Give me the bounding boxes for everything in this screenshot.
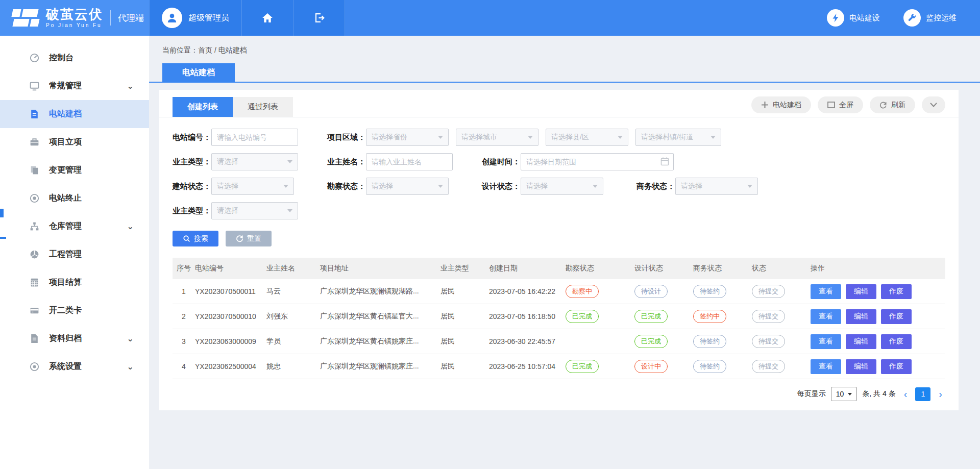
create-station-button[interactable]: 电站建档 <box>751 96 811 113</box>
view-button[interactable]: 查看 <box>811 284 841 299</box>
topbar: 破茧云伏 Po Jian Yun Fu 代理端 超级管理员 <box>0 0 980 36</box>
survey-status-select[interactable]: 请选择 <box>366 178 449 195</box>
cell-code: YX2023062500004 <box>195 362 266 371</box>
sidebar-item-project-settlement[interactable]: 项目结算 <box>0 268 149 297</box>
edit-button[interactable]: 编辑 <box>846 359 876 374</box>
sidebar-item-type2-card[interactable]: 开二类卡 <box>0 297 149 325</box>
collapse-button[interactable] <box>922 96 945 113</box>
filter-label-create-time: 创建时间： <box>482 157 521 167</box>
dropdown-arrow-icon <box>593 185 598 188</box>
topbar-nav: 电站建设 监控运维 <box>827 0 980 36</box>
user-name: 超级管理员 <box>188 13 229 23</box>
edit-button[interactable]: 编辑 <box>846 309 876 324</box>
topbar-user-area: 超级管理员 <box>149 0 345 36</box>
sidebar-item-console[interactable]: 控制台 <box>0 44 149 72</box>
edit-button[interactable]: 编辑 <box>846 284 876 299</box>
cell-type: 居民 <box>440 287 489 296</box>
sidebar: 控制台 常规管理 ⌄ 电站建档 项目立项 变更管理 <box>0 36 149 469</box>
void-button[interactable]: 作废 <box>881 309 912 324</box>
void-button[interactable]: 作废 <box>881 284 912 299</box>
filter-label-region: 项目区域： <box>327 133 366 142</box>
per-page-select[interactable]: 10 <box>831 387 857 401</box>
create-station-label: 电站建档 <box>773 101 801 110</box>
district-select[interactable]: 请选择县/区 <box>546 129 628 146</box>
edit-button[interactable]: 编辑 <box>846 334 876 349</box>
biz-status-select[interactable]: 请选择 <box>675 178 758 195</box>
sidebar-item-project-initiation[interactable]: 项目立项 <box>0 128 149 156</box>
tab-passed-list[interactable]: 通过列表 <box>233 97 293 117</box>
view-button[interactable]: 查看 <box>811 359 841 374</box>
station-no-input[interactable] <box>211 129 298 146</box>
cell-no: 2 <box>173 312 195 320</box>
sidebar-item-system-settings[interactable]: 系统设置 ⌄ <box>0 353 149 381</box>
sidebar-item-label: 系统设置 <box>49 361 82 372</box>
cell-type: 居民 <box>440 337 489 346</box>
design-status-badge: 设计中 <box>634 360 668 373</box>
void-button[interactable]: 作废 <box>881 334 912 349</box>
cell-date: 2023-06-25 10:57:04 <box>489 362 566 371</box>
date-range-picker[interactable] <box>521 153 674 170</box>
next-page-button[interactable]: › <box>936 389 945 399</box>
reset-icon <box>236 235 243 242</box>
design-status-badge: 已完成 <box>634 335 668 348</box>
refresh-button[interactable]: 刷新 <box>870 96 915 113</box>
sidebar-item-warehouse-mgmt[interactable]: 仓库管理 ⌄ <box>0 212 149 240</box>
records-table: 序号 电站编号 业主姓名 项目地址 业主类型 创建日期 勘察状态 设计状态 商务… <box>173 258 945 379</box>
province-select[interactable]: 请选择省份 <box>366 129 449 146</box>
build-status-select[interactable]: 请选择 <box>211 178 294 195</box>
col-header-address: 项目地址 <box>320 264 440 273</box>
nav-monitor-ops[interactable]: 监控运维 <box>903 9 957 27</box>
void-button[interactable]: 作废 <box>881 359 912 374</box>
design-status-select[interactable]: 请选择 <box>521 178 603 195</box>
home-button[interactable] <box>242 0 293 36</box>
tab-create-list[interactable]: 创建列表 <box>173 97 233 117</box>
table-row: 2 YX2023070500010 刘强东 广东深圳龙华区黄石镇星官大... 居… <box>173 304 945 329</box>
current-page-button[interactable]: 1 <box>915 387 930 401</box>
page-tab-station-archive[interactable]: 电站建档 <box>162 63 235 82</box>
chevron-down-icon: ⌄ <box>127 334 134 343</box>
filter-label-survey-status: 勘察状态： <box>327 182 366 191</box>
cell-owner: 学员 <box>266 337 320 346</box>
township-select[interactable]: 请选择村镇/街道 <box>635 129 721 146</box>
avatar <box>162 8 182 28</box>
nav-monitor-ops-label: 监控运维 <box>926 13 957 23</box>
sidebar-item-change-mgmt[interactable]: 变更管理 <box>0 156 149 184</box>
cell-code: YX2023070500010 <box>195 312 266 320</box>
reset-button[interactable]: 重置 <box>226 231 272 246</box>
sidebar-item-label: 开二类卡 <box>49 305 82 316</box>
survey-status-badge: 已完成 <box>566 360 599 373</box>
sidebar-item-data-archive[interactable]: 资料归档 ⌄ <box>0 325 149 353</box>
owner-name-input[interactable] <box>366 153 453 170</box>
page-tab-strip: 电站建档 <box>149 63 980 83</box>
chevron-down-icon: ⌄ <box>127 81 134 91</box>
credit-card-icon <box>29 305 40 316</box>
file-icon <box>29 333 40 344</box>
user-menu[interactable]: 超级管理员 <box>149 0 242 36</box>
sidebar-item-station-archive[interactable]: 电站建档 <box>0 100 149 128</box>
fullscreen-button[interactable]: 全屏 <box>818 96 863 113</box>
sidebar-item-general-mgmt[interactable]: 常规管理 ⌄ <box>0 72 149 100</box>
search-button[interactable]: 搜索 <box>173 231 218 246</box>
date-range-input[interactable] <box>521 153 674 170</box>
nav-station-build[interactable]: 电站建设 <box>827 9 880 27</box>
prev-page-button[interactable]: ‹ <box>901 389 911 399</box>
wrench-icon <box>903 9 921 27</box>
owner-type2-select[interactable]: 请选择 <box>211 202 298 219</box>
home-icon <box>261 12 274 24</box>
survey-status-badge: 勘察中 <box>566 285 599 298</box>
plus-icon <box>761 101 769 109</box>
view-button[interactable]: 查看 <box>811 309 841 324</box>
per-page-value: 10 <box>836 390 844 398</box>
sidebar-item-station-terminate[interactable]: 电站终止 <box>0 184 149 212</box>
dropdown-arrow-icon <box>528 136 533 139</box>
sidebar-item-label: 变更管理 <box>49 165 82 176</box>
logout-button[interactable] <box>293 0 345 36</box>
city-select[interactable]: 请选择城市 <box>456 129 538 146</box>
chevron-down-icon: ⌄ <box>127 362 134 372</box>
sidebar-item-engineering-mgmt[interactable]: 工程管理 <box>0 240 149 268</box>
view-button[interactable]: 查看 <box>811 334 841 349</box>
owner-type-select[interactable]: 请选择 <box>211 153 298 170</box>
pie-gauge-icon <box>29 249 40 260</box>
col-header-survey: 勘察状态 <box>566 264 634 273</box>
survey-status-badge: 已完成 <box>566 310 599 323</box>
